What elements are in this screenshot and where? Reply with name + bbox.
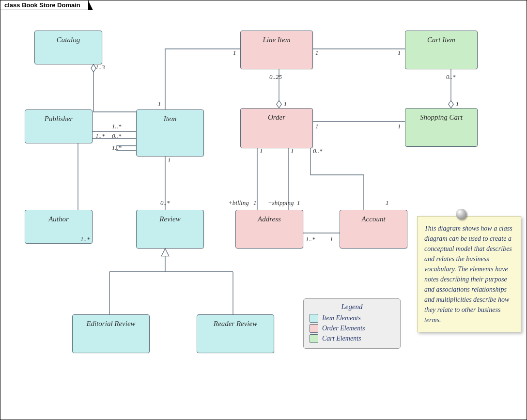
label: Address bbox=[258, 215, 281, 223]
role: +billing bbox=[228, 199, 249, 207]
mult: 1 bbox=[330, 235, 333, 243]
legend-row: Item Elements bbox=[310, 314, 394, 323]
legend-label: Item Elements bbox=[322, 314, 361, 322]
sticky-note: This diagram shows how a class diagram c… bbox=[417, 216, 521, 332]
label: Publisher bbox=[45, 115, 73, 123]
swatch-cart bbox=[310, 334, 318, 343]
mult: 1 bbox=[398, 49, 401, 57]
mult: 1 bbox=[315, 123, 319, 130]
legend: Legend Item Elements Order Elements Cart… bbox=[303, 298, 401, 349]
role: +shipping bbox=[268, 199, 294, 207]
legend-label: Order Elements bbox=[322, 325, 365, 332]
diagram-frame: class Book Store Domain bbox=[0, 0, 527, 420]
class-publisher[interactable]: Publisher bbox=[25, 109, 93, 143]
class-order[interactable]: Order bbox=[240, 108, 313, 148]
class-item[interactable]: Item bbox=[136, 109, 204, 156]
mult: 1 bbox=[284, 100, 287, 108]
mult: 0..* bbox=[112, 132, 122, 140]
label: Reader Review bbox=[214, 320, 257, 328]
diagram-title-tab: class Book Store Domain bbox=[0, 0, 89, 10]
label: Author bbox=[48, 215, 69, 223]
mult: 1 bbox=[233, 49, 236, 57]
mult: 1 bbox=[260, 147, 263, 155]
mult: 0..* bbox=[313, 147, 323, 155]
label: Order bbox=[268, 113, 285, 122]
mult: 1 bbox=[315, 49, 319, 57]
legend-row: Cart Elements bbox=[310, 334, 394, 343]
mult: 1..* bbox=[112, 123, 122, 130]
note-text: This diagram shows how a class diagram c… bbox=[424, 225, 512, 324]
swatch-order bbox=[310, 324, 318, 333]
mult: 0..* bbox=[446, 73, 456, 81]
mult: 0..* bbox=[160, 199, 170, 207]
mult: 0..25 bbox=[269, 73, 282, 81]
class-account[interactable]: Account bbox=[340, 210, 407, 249]
mult: 1 bbox=[297, 199, 300, 207]
mult: 1 bbox=[291, 147, 294, 155]
class-author[interactable]: Author bbox=[25, 210, 93, 244]
mult: 1 bbox=[398, 123, 401, 130]
mult: 1..* bbox=[95, 132, 105, 140]
diagram-title: class Book Store Domain bbox=[4, 1, 80, 9]
mult: 1 bbox=[168, 156, 171, 164]
mult: 1 bbox=[253, 199, 257, 207]
label: Account bbox=[361, 215, 385, 223]
class-lineitem[interactable]: Line Item bbox=[240, 31, 313, 69]
legend-title: Legend bbox=[310, 303, 394, 311]
label: Item bbox=[164, 115, 177, 123]
label: Line Item bbox=[263, 36, 290, 44]
class-review[interactable]: Review bbox=[136, 210, 204, 249]
class-address[interactable]: Address bbox=[235, 210, 303, 249]
mult: 1..* bbox=[306, 235, 315, 243]
swatch-item bbox=[310, 314, 318, 323]
label: Review bbox=[159, 215, 180, 223]
class-cartitem[interactable]: Cart Item bbox=[405, 31, 478, 69]
class-reader[interactable]: Reader Review bbox=[197, 314, 274, 353]
mult: 1 bbox=[456, 100, 459, 108]
mult: 1..3 bbox=[95, 63, 105, 71]
mult: 1 bbox=[158, 100, 161, 108]
mult: 1 bbox=[386, 199, 389, 207]
class-shoppingcart[interactable]: Shopping Cart bbox=[405, 108, 478, 147]
class-catalog[interactable]: Catalog bbox=[34, 31, 102, 64]
label: Editorial Review bbox=[86, 320, 135, 328]
class-editorial[interactable]: Editorial Review bbox=[72, 314, 150, 353]
legend-label: Cart Elements bbox=[322, 335, 361, 342]
mult: 1..* bbox=[112, 144, 122, 152]
label: Shopping Cart bbox=[420, 113, 463, 122]
label: Catalog bbox=[57, 36, 80, 44]
label: Cart Item bbox=[427, 36, 455, 44]
legend-row: Order Elements bbox=[310, 324, 394, 333]
pin-icon bbox=[456, 209, 466, 219]
